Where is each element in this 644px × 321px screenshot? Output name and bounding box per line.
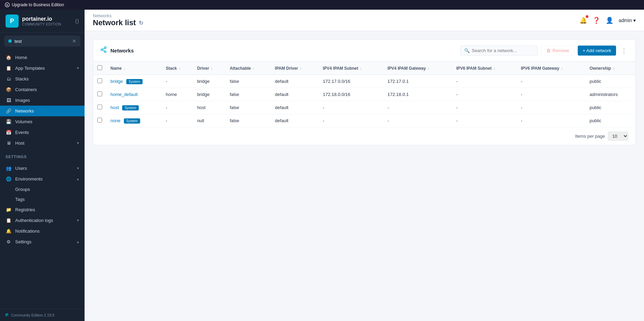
sort-icon: ↕ (300, 67, 302, 70)
notification-badge (586, 15, 588, 18)
select-all-checkbox[interactable] (97, 65, 102, 70)
breadcrumb: Networks (93, 13, 579, 18)
row-name: bridge System (106, 75, 162, 88)
sidebar-item-label: Home (15, 55, 27, 60)
sidebar-item-environments[interactable]: 🌐 Environments ▴ (0, 174, 85, 184)
row-checkbox[interactable] (97, 118, 102, 123)
sidebar-item-stacks[interactable]: 🗂 Stacks (0, 74, 85, 84)
chevron-down-icon: ▾ (77, 166, 79, 171)
sidebar-item-registries[interactable]: 📁 Registries (0, 204, 85, 215)
col-ipv6-subnet[interactable]: IPV6 IPAM Subnet ↕ (452, 62, 517, 75)
row-checkbox-cell[interactable] (93, 101, 106, 114)
network-share-icon (100, 46, 107, 55)
items-per-page-select[interactable]: 102550100 (608, 132, 628, 141)
col-ownership[interactable]: Ownership ↕ (585, 62, 635, 75)
notifications-bell-icon[interactable]: 🔔 (579, 17, 587, 24)
volumes-icon: 💾 (6, 119, 12, 124)
row-attachable: false (226, 114, 271, 127)
user-icon[interactable]: 👤 (606, 17, 613, 24)
network-name-link[interactable]: host (110, 105, 119, 110)
row-checkbox[interactable] (97, 91, 102, 96)
sidebar-item-networks[interactable]: 🔗 Networks (0, 106, 85, 116)
row-ipv6-gateway: - (517, 88, 585, 101)
row-ownership: public (585, 101, 635, 114)
row-ipv4-gateway: - (383, 114, 452, 127)
sidebar-item-notifications[interactable]: 🔔 Notifications (0, 226, 85, 236)
environments-icon: 🌐 (6, 176, 12, 182)
network-name-link[interactable]: none (110, 118, 120, 123)
sidebar-item-tags[interactable]: Tags (0, 194, 85, 204)
main-content: Networks Network list ↻ 🔔 ❓ 👤 admin ▾ (85, 10, 644, 321)
stacks-icon: 🗂 (6, 76, 12, 81)
network-name-link[interactable]: home_default (110, 92, 138, 97)
settings-section-label: Settings (0, 151, 85, 160)
settings-section: 👥 Users ▾ 🌐 Environments ▴ Groups Tags 📁… (0, 160, 85, 250)
sidebar-item-containers[interactable]: 📦 Containers (0, 84, 85, 95)
system-badge: System (124, 118, 140, 124)
row-checkbox[interactable] (97, 78, 102, 83)
add-network-button[interactable]: + Add network (578, 46, 616, 56)
svg-text:✦: ✦ (6, 3, 9, 7)
col-ipv4-gateway[interactable]: IPV4 IPAM Gateway ↕ (383, 62, 452, 75)
sidebar-item-label: Host (15, 140, 25, 146)
network-name-link[interactable]: bridge (110, 79, 123, 84)
settings-icon: ⚙ (6, 239, 12, 244)
select-all-header[interactable] (93, 62, 106, 75)
sidebar-item-home[interactable]: 🏠 Home (0, 52, 85, 63)
row-checkbox-cell[interactable] (93, 75, 106, 88)
table-row: host System - host false default - - - -… (93, 101, 635, 114)
col-ipv6-gateway[interactable]: IPV6 IPAM Gateway ↕ (517, 62, 585, 75)
sidebar-sub-label: Groups (15, 187, 30, 192)
events-icon: 📅 (6, 130, 12, 135)
remove-button[interactable]: 🗑 Remove (541, 45, 574, 56)
sidebar-item-app-templates[interactable]: 📋 App Templates ▾ (0, 63, 85, 74)
auth-logs-icon: 📋 (6, 218, 12, 223)
sidebar-item-host[interactable]: 🖥 Host ▾ (0, 138, 85, 148)
sidebar-item-auth-logs[interactable]: 📋 Authentication logs ▾ (0, 215, 85, 226)
env-close-icon[interactable]: ✕ (72, 38, 76, 44)
chevron-down-icon: ▾ (77, 218, 79, 223)
col-ipv6-gateway-label: IPV6 IPAM Gateway (521, 66, 559, 71)
row-driver: null (193, 114, 225, 127)
col-driver[interactable]: Driver ↕ (193, 62, 225, 75)
network-search-input[interactable] (472, 48, 534, 53)
sidebar-item-users[interactable]: 👥 Users ▾ (0, 163, 85, 174)
row-ipv6-subnet: - (452, 88, 517, 101)
row-checkbox-cell[interactable] (93, 88, 106, 101)
row-stack: home (162, 88, 193, 101)
col-ipv4-subnet[interactable]: IPV4 IPAM Subnet ↕ (319, 62, 383, 75)
sort-icon: ↕ (428, 67, 429, 70)
row-name: none System (106, 114, 162, 127)
chevron-down-icon: ▾ (77, 66, 79, 70)
row-ipv6-gateway: - (517, 75, 585, 88)
containers-icon: 📦 (6, 87, 12, 92)
row-ipv6-gateway: - (517, 101, 585, 114)
svg-line-5 (103, 50, 105, 51)
environment-selector[interactable]: test ✕ (4, 36, 80, 47)
sidebar-item-images[interactable]: 🖼 Images (0, 95, 85, 106)
more-options-button[interactable]: ⋮ (619, 47, 628, 55)
refresh-icon[interactable]: ↻ (139, 20, 143, 26)
col-ipv4-gateway-label: IPV4 IPAM Gateway (388, 66, 426, 71)
sidebar-item-label: Images (15, 98, 30, 103)
network-search-box[interactable]: 🔍 (460, 46, 538, 56)
sidebar-item-label: App Templates (15, 66, 45, 71)
sidebar-item-groups[interactable]: Groups (0, 184, 85, 194)
sidebar-item-events[interactable]: 📅 Events (0, 127, 85, 138)
portainer-logo-icon: P (6, 14, 19, 28)
col-ipam-driver[interactable]: IPAM Driver ↕ (271, 62, 319, 75)
table-row: none System - null false default - - - -… (93, 114, 635, 127)
col-name[interactable]: Name ↓ (106, 62, 162, 75)
admin-menu-button[interactable]: admin ▾ (619, 18, 636, 23)
row-checkbox[interactable] (97, 105, 102, 109)
sidebar-item-settings[interactable]: ⚙ Settings ▴ (0, 236, 85, 247)
card-title: Networks (110, 48, 134, 54)
col-attachable[interactable]: Attachable ↕ (226, 62, 271, 75)
upgrade-bar[interactable]: ✦ Upgrade to Business Edition (0, 0, 644, 10)
col-stack[interactable]: Stack ↕ (162, 62, 193, 75)
sidebar-item-volumes[interactable]: 💾 Volumes (0, 116, 85, 127)
row-checkbox-cell[interactable] (93, 114, 106, 127)
networks-table: Name ↓ Stack ↕ Driver ↕ (93, 62, 635, 127)
sidebar-collapse-button[interactable]: ⟨⟩ (75, 18, 79, 25)
help-icon[interactable]: ❓ (593, 17, 600, 24)
